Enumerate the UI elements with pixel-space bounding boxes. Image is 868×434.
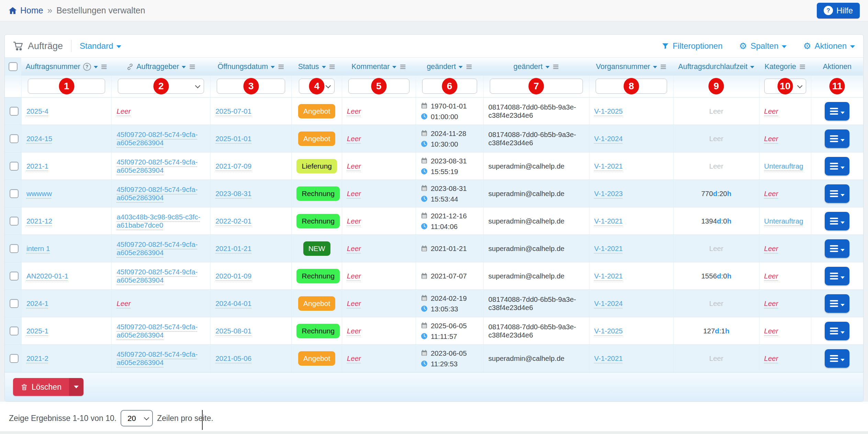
client-link[interactable]: 45f09720-082f-5c74-9cfa-a605e2863904 <box>116 268 198 284</box>
process-number-link[interactable]: V-1-2023 <box>594 190 623 197</box>
columns-button[interactable]: ⚙ Spalten <box>739 41 787 51</box>
opening-date-link[interactable]: 2025-08-01 <box>215 327 251 335</box>
row-checkbox[interactable] <box>10 327 19 335</box>
category-link[interactable]: Unterauftrag <box>764 217 803 225</box>
row-actions-button[interactable] <box>825 212 849 230</box>
order-number-link[interactable]: 2025-4 <box>26 107 48 115</box>
row-actions-button[interactable] <box>825 294 849 313</box>
opening-date-link[interactable]: 2021-05-06 <box>215 354 251 362</box>
breadcrumb-home-link[interactable]: Home <box>8 5 43 15</box>
opening-date-link[interactable]: 2024-04-01 <box>215 299 251 307</box>
row-actions-button[interactable] <box>825 239 849 258</box>
comment-link[interactable]: Leer <box>347 217 361 225</box>
row-actions-button[interactable] <box>825 157 849 175</box>
category-link[interactable]: Unterauftrag <box>764 162 803 170</box>
opening-date-link[interactable]: 2025-07-01 <box>215 107 251 115</box>
opening-date-link[interactable]: 2025-01-01 <box>215 135 251 142</box>
order-number-link[interactable]: 2024-15 <box>26 135 52 142</box>
sort-caret-icon[interactable] <box>271 66 275 68</box>
row-checkbox[interactable] <box>10 189 19 198</box>
opening-date-link[interactable]: 2022-02-01 <box>215 217 251 225</box>
category-link[interactable]: Leer <box>764 190 778 197</box>
row-checkbox[interactable] <box>10 354 19 363</box>
sort-caret-icon[interactable] <box>182 66 186 68</box>
process-number-link[interactable]: V-1-2021 <box>594 272 623 280</box>
process-number-link[interactable]: V-1-2021 <box>594 354 623 362</box>
sort-caret-icon[interactable] <box>459 66 463 68</box>
process-number-link[interactable]: V-1-2024 <box>594 299 623 307</box>
row-actions-button[interactable] <box>825 322 849 340</box>
row-checkbox[interactable] <box>10 162 19 171</box>
comment-link[interactable]: Leer <box>347 299 361 307</box>
sort-caret-icon[interactable] <box>750 66 754 68</box>
column-header[interactable]: Vorgansnummer ≡ <box>589 58 673 76</box>
category-link[interactable]: Leer <box>764 272 778 280</box>
page-size-select[interactable]: 20 <box>121 410 153 426</box>
column-header[interactable]: Status ≡ <box>292 58 342 76</box>
column-header[interactable]: Auftraggeber ≡ <box>112 58 211 76</box>
order-number-link[interactable]: 2025-1 <box>26 327 48 335</box>
comment-link[interactable]: Leer <box>347 244 361 252</box>
client-link[interactable]: 45f09720-082f-5c74-9cfa-a605e2863904 <box>116 323 198 339</box>
client-link[interactable]: 45f09720-082f-5c74-9cfa-a605e2863904 <box>116 350 198 366</box>
category-link[interactable]: Leer <box>764 244 778 252</box>
column-menu-icon[interactable]: ≡ <box>660 62 667 71</box>
column-header[interactable]: geändert ≡ <box>416 58 483 76</box>
process-number-link[interactable]: V-1-2025 <box>594 107 623 115</box>
client-link[interactable]: Leer <box>116 299 131 307</box>
column-header[interactable]: Auftragsnummer ? ≡ <box>21 58 112 76</box>
sort-caret-icon[interactable] <box>653 66 657 68</box>
column-menu-icon[interactable]: ≡ <box>101 62 108 71</box>
view-selector[interactable]: Standard <box>80 41 121 51</box>
category-link[interactable]: Leer <box>764 327 778 335</box>
client-link[interactable]: Leer <box>116 107 131 115</box>
opening-date-link[interactable]: 2021-01-21 <box>215 244 251 252</box>
row-checkbox[interactable] <box>10 217 19 226</box>
sort-caret-icon[interactable] <box>322 66 326 68</box>
order-number-link[interactable]: 2021-12 <box>26 217 52 225</box>
order-number-link[interactable]: AN2020-01-1 <box>26 272 68 280</box>
row-checkbox[interactable] <box>10 299 19 308</box>
order-number-link[interactable]: wwwww <box>26 190 52 197</box>
filter-options-button[interactable]: Filteroptionen <box>662 41 722 51</box>
delete-dropdown-toggle[interactable] <box>69 378 83 396</box>
order-number-link[interactable]: 2024-1 <box>26 299 48 307</box>
column-menu-icon[interactable]: ≡ <box>799 62 806 71</box>
opening-date-link[interactable]: 2023-08-31 <box>215 190 251 197</box>
order-number-link[interactable]: intern 1 <box>26 244 50 252</box>
row-checkbox[interactable] <box>10 244 19 253</box>
category-link[interactable]: Leer <box>764 299 778 307</box>
client-link[interactable]: 45f09720-082f-5c74-9cfa-a605e2863904 <box>116 240 198 256</box>
row-actions-button[interactable] <box>825 184 849 203</box>
client-link[interactable]: 45f09720-082f-5c74-9cfa-a605e2863904 <box>116 130 198 147</box>
column-header[interactable]: Kommentar ≡ <box>342 58 416 76</box>
column-header[interactable]: Auftragsdurchlaufzeit <box>674 58 759 76</box>
row-checkbox[interactable] <box>10 107 19 116</box>
client-link[interactable]: a403c48b-3c98-9c85-c3fc-a61babe7dce0 <box>116 213 200 229</box>
client-link[interactable]: 45f09720-082f-5c74-9cfa-a605e2863904 <box>116 185 198 202</box>
row-actions-button[interactable] <box>825 102 849 121</box>
column-help-icon[interactable]: ? <box>83 63 91 71</box>
opening-date-link[interactable]: 2020-01-09 <box>215 272 251 280</box>
comment-link[interactable]: Leer <box>347 190 361 197</box>
select-all-checkbox[interactable] <box>9 62 18 71</box>
order-number-link[interactable]: 2021-2 <box>26 354 48 362</box>
process-number-link[interactable]: V-1-2025 <box>594 327 623 335</box>
column-menu-icon[interactable]: ≡ <box>189 62 195 71</box>
comment-link[interactable]: Leer <box>347 272 361 280</box>
opening-date-link[interactable]: 2021-07-09 <box>215 162 251 170</box>
client-link[interactable]: 45f09720-082f-5c74-9cfa-a605e2863904 <box>116 158 198 174</box>
process-number-link[interactable]: V-1-2021 <box>594 162 623 170</box>
comment-link[interactable]: Leer <box>347 135 361 142</box>
column-header[interactable]: Kategorie ≡ <box>759 58 811 76</box>
sort-caret-icon[interactable] <box>545 66 550 68</box>
order-number-link[interactable]: 2021-1 <box>26 162 48 170</box>
row-checkbox[interactable] <box>10 134 19 143</box>
column-header[interactable]: Öffnungsdatum ≡ <box>211 58 292 76</box>
process-number-link[interactable]: V-1-2021 <box>594 244 623 252</box>
category-link[interactable]: Leer <box>764 354 778 362</box>
column-menu-icon[interactable]: ≡ <box>552 62 559 71</box>
category-link[interactable]: Leer <box>764 135 778 142</box>
row-actions-button[interactable] <box>825 129 849 148</box>
process-number-link[interactable]: V-1-2021 <box>594 217 623 225</box>
